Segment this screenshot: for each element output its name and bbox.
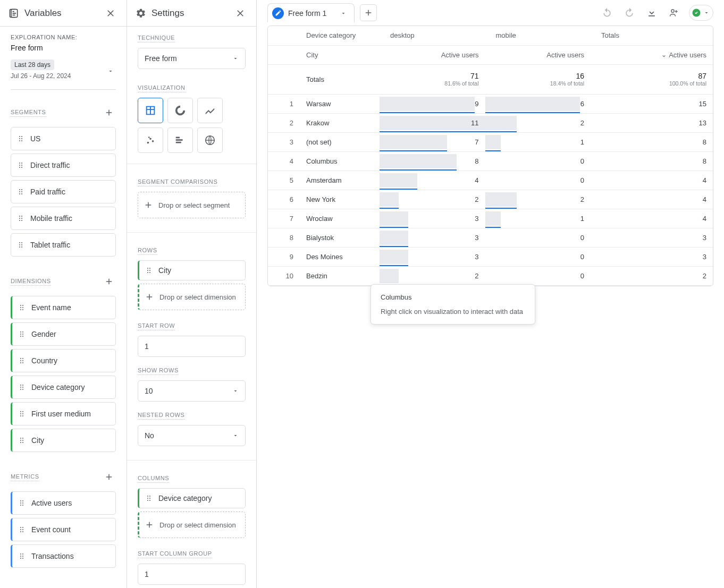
rows-dropzone[interactable]: Drop or select dimension xyxy=(138,284,246,310)
chevron-down-icon xyxy=(232,55,239,62)
table-row[interactable]: 3 (not set) 7 1 8 xyxy=(268,132,713,151)
add-tab-button[interactable] xyxy=(360,4,377,21)
tab-free-form-1[interactable]: Free form 1 xyxy=(267,3,355,22)
close-variables-button[interactable] xyxy=(103,6,118,21)
chip-label: Device category xyxy=(158,494,212,502)
header-city[interactable]: City xyxy=(300,45,380,64)
viz-scatter-button[interactable] xyxy=(138,127,163,153)
chip-device-category[interactable]: Device category xyxy=(11,376,116,399)
segment-dropzone[interactable]: Drop or select segment xyxy=(138,192,246,218)
add-metric-button[interactable] xyxy=(102,470,116,484)
chevron-down-icon xyxy=(232,432,239,439)
chip-label: Device category xyxy=(31,383,85,391)
drag-icon xyxy=(16,188,25,196)
add-icon xyxy=(145,292,154,302)
chip-country[interactable]: Country xyxy=(11,349,116,372)
nested-rows-select[interactable]: No xyxy=(138,425,246,446)
metrics-label: METRICS xyxy=(11,473,39,481)
date-range-selector[interactable]: Last 28 days Jul 26 - Aug 22, 2024 xyxy=(11,59,116,90)
add-segment-button[interactable] xyxy=(102,106,116,120)
total-mobile-sub: 18.4% of total xyxy=(492,80,585,87)
table-row[interactable]: 5 Amsterdam 4 0 4 xyxy=(268,171,713,190)
chip-city[interactable]: City xyxy=(11,429,116,452)
start-row-label: START ROW xyxy=(138,322,175,330)
show-rows-label: SHOW ROWS xyxy=(138,367,179,375)
chip-label: Active users xyxy=(31,499,72,507)
row-mobile: 1 xyxy=(485,132,591,151)
show-rows-value: 10 xyxy=(145,387,153,395)
chip-us[interactable]: US xyxy=(11,127,116,150)
chip-event-name[interactable]: Event name xyxy=(11,296,116,319)
chip-direct-traffic[interactable]: Direct traffic xyxy=(11,154,116,177)
header-totals[interactable]: Totals xyxy=(591,26,713,45)
nested-rows-label: NESTED ROWS xyxy=(138,412,185,420)
table-row[interactable]: 9 Des Moines 3 0 3 xyxy=(268,247,713,266)
table-row[interactable]: 1 Warsaw 9 6 15 xyxy=(268,94,713,113)
row-total: 4 xyxy=(591,209,713,228)
variables-title: Variables xyxy=(24,8,98,19)
undo-button[interactable] xyxy=(600,5,614,20)
table-row[interactable]: 7 Wroclaw 3 1 4 xyxy=(268,209,713,228)
share-button[interactable] xyxy=(667,5,681,20)
viz-donut-button[interactable] xyxy=(167,98,193,123)
row-desktop: 2 xyxy=(380,266,485,285)
columns-dropzone[interactable]: Drop or select dimension xyxy=(138,512,246,538)
chip-label: Event count xyxy=(31,525,71,534)
viz-line-button[interactable] xyxy=(197,98,223,123)
chip-label: City xyxy=(158,266,171,275)
header-active-users-desktop[interactable]: Active users xyxy=(380,45,485,64)
columns-chip-device-category[interactable]: Device category xyxy=(138,488,246,508)
exploration-name-block[interactable]: EXPLORATION NAME: Free form xyxy=(0,27,127,57)
row-desktop: 3 xyxy=(380,228,485,247)
total-mobile: 16 xyxy=(492,72,585,80)
row-mobile: 0 xyxy=(485,151,591,171)
redo-button[interactable] xyxy=(622,5,637,20)
technique-select[interactable]: Free form xyxy=(138,48,246,69)
chip-label: First user medium xyxy=(31,410,91,418)
viz-table-button[interactable] xyxy=(138,98,163,123)
visualization-label: VISUALIZATION xyxy=(138,84,186,92)
drag-icon xyxy=(145,266,153,275)
chevron-down-icon xyxy=(340,10,347,16)
viz-bar-button[interactable] xyxy=(167,127,193,153)
header-active-users-total[interactable]: Active users xyxy=(591,45,713,64)
table-row[interactable]: 10 Bedzin 2 0 2 xyxy=(268,266,713,285)
header-device-category: Device category xyxy=(300,26,380,45)
header-desktop[interactable]: desktop xyxy=(380,26,485,45)
sort-desc-icon xyxy=(661,52,667,58)
row-total: 4 xyxy=(591,171,713,190)
settings-title: Settings xyxy=(151,8,228,19)
drag-icon xyxy=(18,499,26,507)
download-button[interactable] xyxy=(644,5,659,20)
table-row[interactable]: 8 Bialystok 3 0 3 xyxy=(268,228,713,247)
date-range-chip: Last 28 days xyxy=(11,59,54,70)
chip-tablet-traffic[interactable]: Tablet traffic xyxy=(11,233,116,257)
table-row[interactable]: 4 Columbus 8 0 8 xyxy=(268,151,713,171)
show-rows-select[interactable]: 10 xyxy=(138,380,246,402)
viz-geo-button[interactable] xyxy=(197,127,223,153)
technique-value: Free form xyxy=(145,54,177,63)
chip-mobile-traffic[interactable]: Mobile traffic xyxy=(11,207,116,230)
status-indicator[interactable] xyxy=(689,5,713,21)
rows-chip-city[interactable]: City xyxy=(138,260,246,280)
row-total: 8 xyxy=(591,132,713,151)
header-active-users-mobile[interactable]: Active users xyxy=(485,45,591,64)
table-row[interactable]: 6 New York 2 2 4 xyxy=(268,190,713,209)
start-row-input[interactable] xyxy=(138,336,246,357)
row-city: Des Moines xyxy=(300,247,380,266)
add-dimension-button[interactable] xyxy=(102,275,116,288)
data-table: Device category desktop mobile Totals Ci… xyxy=(267,25,713,286)
chip-transactions[interactable]: Transactions xyxy=(11,544,116,568)
chip-event-count[interactable]: Event count xyxy=(11,518,116,541)
drag-icon xyxy=(18,552,26,560)
chip-active-users[interactable]: Active users xyxy=(11,491,116,515)
close-settings-button[interactable] xyxy=(233,6,248,21)
chip-gender[interactable]: Gender xyxy=(11,322,116,346)
header-mobile[interactable]: mobile xyxy=(485,26,591,45)
chip-first-user-medium[interactable]: First user medium xyxy=(11,402,116,425)
chip-paid-traffic[interactable]: Paid traffic xyxy=(11,180,116,203)
row-desktop: 8 xyxy=(380,151,485,171)
start-column-input[interactable] xyxy=(138,564,246,585)
table-row[interactable]: 2 Krakow 11 2 13 xyxy=(268,113,713,132)
row-city: Bedzin xyxy=(300,266,380,285)
